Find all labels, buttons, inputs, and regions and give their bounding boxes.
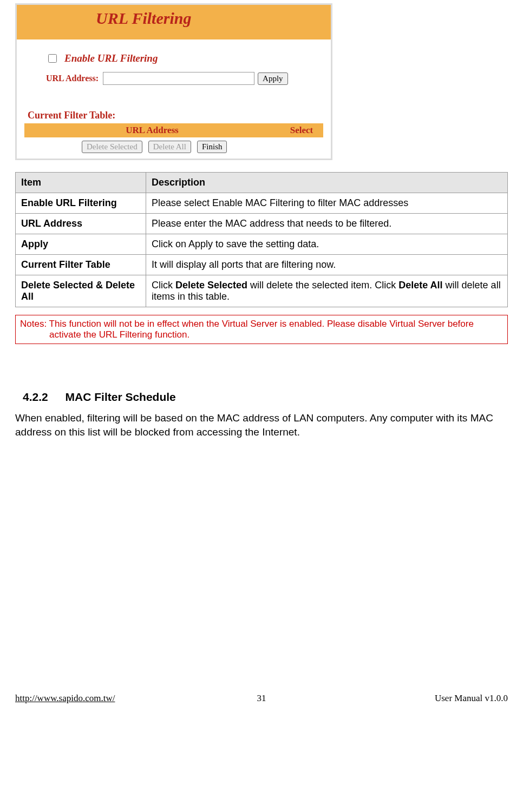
notes-line2: activate the URL Filtering function. bbox=[20, 329, 502, 340]
desc-cell: Click on Apply to save the setting data. bbox=[146, 234, 508, 255]
desc-cell: Please enter the MAC address that needs … bbox=[146, 214, 508, 234]
ui-header-bar: URL Filtering bbox=[17, 5, 331, 39]
description-table: Item Description Enable URL Filtering Pl… bbox=[15, 172, 508, 307]
notes-box: Notes: This function will not be in effe… bbox=[15, 315, 508, 344]
finish-button[interactable]: Finish bbox=[197, 141, 227, 153]
desc-cell: It will display all ports that are filte… bbox=[146, 255, 508, 275]
table-row: Apply Click on Apply to save the setting… bbox=[16, 234, 508, 255]
table-row: URL Address Please enter the MAC address… bbox=[16, 214, 508, 234]
col-select: Select bbox=[280, 125, 323, 136]
desc-cell: Click Delete Selected will delete the se… bbox=[146, 275, 508, 307]
table-row: Current Filter Table It will display all… bbox=[16, 255, 508, 275]
url-address-label: URL Address: bbox=[46, 74, 99, 83]
enable-url-filtering-label: Enable URL Filtering bbox=[64, 52, 158, 64]
footer-url: http://www.sapido.com.tw/ bbox=[15, 693, 179, 704]
col-url-address: URL Address bbox=[24, 125, 280, 136]
router-ui-panel: URL Filtering Enable URL Filtering URL A… bbox=[15, 3, 332, 160]
desc-bold: Delete Selected bbox=[175, 280, 247, 291]
footer-page-number: 31 bbox=[179, 693, 343, 704]
notes-line1: Notes: This function will not be in effe… bbox=[20, 319, 474, 329]
delete-selected-button[interactable]: Delete Selected bbox=[82, 141, 142, 153]
item-cell: Enable URL Filtering bbox=[16, 193, 146, 214]
apply-button[interactable]: Apply bbox=[258, 72, 288, 85]
delete-all-button[interactable]: Delete All bbox=[148, 141, 191, 153]
item-cell: Apply bbox=[16, 234, 146, 255]
desc-bold: Delete All bbox=[398, 280, 442, 291]
item-cell: Delete Selected & Delete All bbox=[16, 275, 146, 307]
current-filter-table-label: Current Filter Table: bbox=[28, 110, 323, 121]
section-body: When enabled, filtering will be based on… bbox=[15, 411, 508, 439]
footer-version: User Manual v1.0.0 bbox=[344, 693, 508, 704]
url-address-input[interactable] bbox=[103, 72, 254, 85]
page-title: URL Filtering bbox=[96, 9, 191, 27]
header-item: Item bbox=[16, 173, 146, 193]
page-footer: http://www.sapido.com.tw/ 31 User Manual… bbox=[0, 688, 523, 717]
section-title: MAC Filter Schedule bbox=[66, 391, 176, 403]
item-cell: URL Address bbox=[16, 214, 146, 234]
table-row: Enable URL Filtering Please select Enabl… bbox=[16, 193, 508, 214]
header-description: Description bbox=[146, 173, 508, 193]
section-number: 4.2.2 bbox=[23, 391, 48, 403]
table-row: Delete Selected & Delete All Click Delet… bbox=[16, 275, 508, 307]
enable-url-filtering-checkbox[interactable] bbox=[48, 54, 57, 63]
filter-table-header: URL Address Select bbox=[24, 123, 323, 137]
desc-text: will delete the selected item. Click bbox=[247, 280, 398, 291]
item-cell: Current Filter Table bbox=[16, 255, 146, 275]
desc-cell: Please select Enable MAC Filtering to fi… bbox=[146, 193, 508, 214]
desc-text: Click bbox=[152, 280, 175, 291]
section-heading: 4.2.2 MAC Filter Schedule bbox=[23, 391, 508, 404]
